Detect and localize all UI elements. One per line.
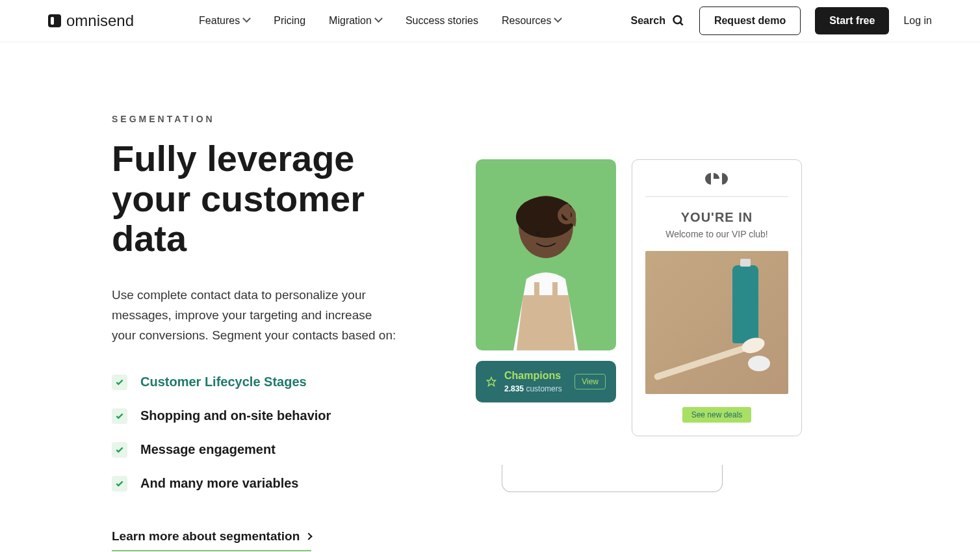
divider: [645, 196, 788, 197]
request-demo-button[interactable]: Request demo: [699, 7, 801, 35]
email-title: YOU'RE IN: [645, 210, 788, 225]
hero-section: SEGMENTATION Fully leverage your custome…: [0, 42, 980, 552]
nav-pricing[interactable]: Pricing: [274, 15, 305, 27]
nav-features[interactable]: Features: [199, 15, 250, 27]
svg-point-7: [536, 231, 540, 235]
check-icon: [112, 375, 127, 390]
site-header: omnisend Features Pricing Migration Succ…: [0, 0, 980, 42]
segment-info: Champions 2.835 customers: [504, 370, 574, 393]
customer-card: Champions 2.835 customers View: [476, 159, 616, 350]
login-link[interactable]: Log in: [903, 15, 932, 27]
email-preview-card: YOU'RE IN Welcome to our VIP club! See n…: [632, 159, 802, 436]
hero-description: Use complete contact data to personalize…: [112, 285, 398, 346]
check-icon: [112, 408, 127, 424]
start-free-button[interactable]: Start free: [815, 7, 889, 34]
view-button[interactable]: View: [574, 374, 606, 389]
segment-card: Champions 2.835 customers View: [476, 361, 616, 402]
svg-rect-4: [534, 282, 539, 302]
brand-name: omnisend: [66, 12, 134, 30]
eyebrow: SEGMENTATION: [112, 114, 398, 124]
person-illustration: [487, 181, 604, 350]
feature-list: Customer Lifecycle Stages Shopping and o…: [112, 375, 398, 492]
check-icon: [112, 476, 127, 492]
hero-content: SEGMENTATION Fully leverage your custome…: [112, 114, 398, 551]
see-deals-button[interactable]: See new deals: [682, 407, 752, 423]
segment-count: 2.835 customers: [504, 384, 574, 393]
chevron-right-icon: [305, 532, 313, 540]
list-item: Message engagement: [112, 442, 398, 458]
star-icon: [486, 376, 496, 387]
svg-point-0: [673, 16, 681, 24]
list-item: Shopping and on-site behavior: [112, 408, 398, 424]
email-brand-icon: [645, 173, 788, 187]
svg-rect-5: [552, 282, 558, 302]
chevron-down-icon: [555, 18, 561, 24]
nav-resources[interactable]: Resources: [502, 15, 561, 27]
chevron-down-icon: [376, 18, 382, 24]
main-nav: Features Pricing Migration Success stori…: [199, 15, 561, 27]
logo-icon: [48, 14, 61, 27]
search-icon: [672, 14, 685, 27]
search-button[interactable]: Search: [631, 14, 685, 27]
segment-title: Champions: [504, 370, 574, 382]
svg-line-1: [680, 23, 682, 25]
nav-stories[interactable]: Success stories: [406, 15, 478, 27]
check-icon: [112, 442, 127, 458]
list-item: Customer Lifecycle Stages: [112, 375, 398, 390]
nav-migration[interactable]: Migration: [329, 15, 382, 27]
chevron-down-icon: [244, 18, 250, 24]
logo[interactable]: omnisend: [48, 12, 134, 30]
hero-illustration: Champions 2.835 customers View YOU'RE IN…: [437, 114, 932, 551]
learn-more-link[interactable]: Learn more about segmentation: [112, 529, 311, 551]
email-subtitle: Welcome to our VIP club!: [645, 229, 788, 239]
customer-photo: [476, 159, 616, 350]
connector-line: [502, 465, 723, 492]
page-title: Fully leverage your customer data: [112, 138, 398, 259]
list-item: And many more variables: [112, 476, 398, 492]
email-product-image: [645, 251, 788, 394]
header-actions: Search Request demo Start free Log in: [631, 7, 932, 35]
svg-marker-8: [487, 377, 495, 386]
